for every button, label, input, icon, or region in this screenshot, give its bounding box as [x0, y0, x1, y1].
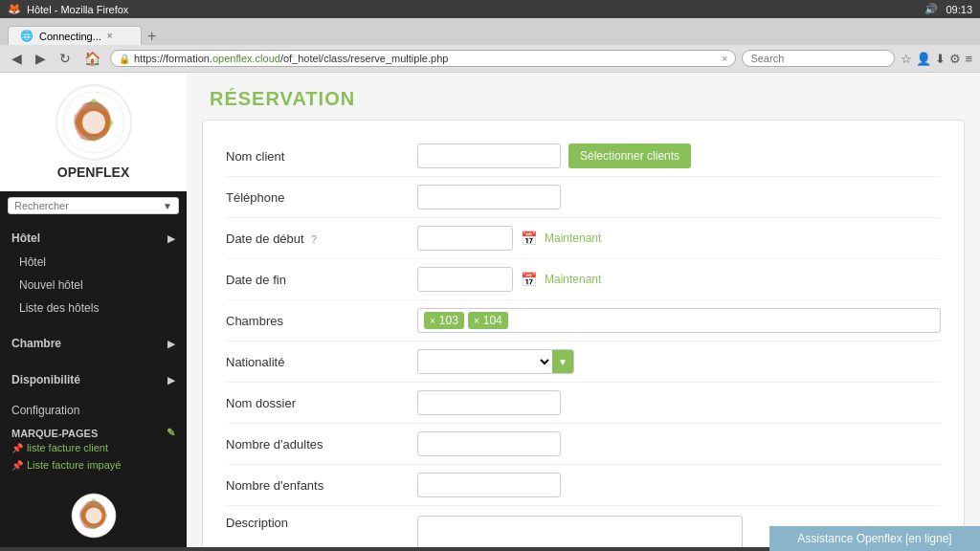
telephone-input[interactable] [417, 185, 561, 209]
url-text: https://formation.openflex.cloud/of_hote… [134, 53, 718, 64]
sidebar-section-chambre: Chambre ▶ [0, 325, 187, 362]
form-row-adultes: Nombre d'adultes [226, 424, 941, 465]
sidebar-search-container: ▼ [0, 191, 187, 220]
description-label: Description [226, 516, 417, 530]
sidebar-item-hotel[interactable]: Hôtel [0, 251, 187, 274]
titlebar-left: 🦊 Hôtel - Mozilla Firefox [8, 3, 128, 15]
logo-circle [56, 84, 132, 161]
ssl-lock-icon: 🔒 [119, 54, 130, 64]
date-fin-maintenant-link[interactable]: Maintenant [545, 273, 601, 286]
date-debut-maintenant-link[interactable]: Maintenant [545, 231, 601, 245]
url-prefix: https://formation. [134, 53, 212, 64]
address-bar[interactable]: 🔒 https://formation.openflex.cloud/of_ho… [110, 50, 736, 67]
nom-dossier-input[interactable] [417, 390, 561, 415]
sidebar-search-dropdown-icon[interactable]: ▼ [163, 201, 172, 211]
form-row-nom-client: Nom client Sélectionner clients [226, 136, 941, 177]
form-row-date-fin: Date de fin 31/12/2018 📅 Maintenant [226, 259, 941, 300]
page-title: RÉSERVATION [210, 88, 957, 110]
form-row-nom-dossier: Nom dossier [226, 383, 941, 424]
url-domain: openflex.cloud [212, 53, 280, 64]
sidebar-item-liste-hotels[interactable]: Liste des hôtels [0, 297, 187, 320]
home-button[interactable]: 🏠 [80, 49, 104, 68]
tab-favicon: 🌐 [20, 30, 33, 42]
reload-button[interactable]: ↻ [56, 49, 75, 68]
bookmarks-edit-icon[interactable]: ✎ [167, 427, 175, 439]
user-icon[interactable]: 👤 [916, 52, 931, 66]
close-url-icon[interactable]: × [722, 53, 727, 64]
chambre-tag-104: × 104 [468, 312, 508, 329]
sidebar-section-hotel: Hôtel ▶ Hôtel Nouvel hôtel Liste des hôt… [0, 220, 187, 325]
menu-icon[interactable]: ≡ [965, 52, 972, 66]
browser-tabs: 🌐 Connecting... × + [0, 18, 980, 45]
chambre-arrow-icon: ▶ [167, 339, 175, 349]
url-path: /of_hotel/class/reserve_multiple.php [280, 53, 448, 64]
nationalite-controls: ▼ [417, 349, 941, 374]
nationalite-dropdown-arrow[interactable]: ▼ [552, 350, 573, 373]
remove-chambre-104-button[interactable]: × [474, 316, 479, 326]
main-content: RÉSERVATION Nom client Sélectionner clie… [187, 73, 980, 547]
sidebar-bottom [0, 484, 187, 547]
nom-dossier-controls [417, 390, 941, 415]
new-tab-button[interactable]: + [142, 28, 162, 45]
sidebar-section-disponibilite-title[interactable]: Disponibilité ▶ [0, 367, 187, 392]
sidebar-section-hotel-title[interactable]: Hôtel ▶ [0, 226, 187, 251]
date-fin-label: Date de fin [226, 273, 417, 287]
selectionner-clients-button[interactable]: Sélectionner clients [568, 143, 691, 168]
app-layout: OPENFLEX ▼ Hôtel ▶ Hôtel Nouvel hôtel Li… [0, 73, 980, 547]
form-row-telephone: Téléphone [226, 177, 941, 218]
assistance-bar[interactable]: Assistance Openflex [en ligne] [769, 526, 980, 551]
window-controls: 🔊 09:13 [924, 3, 972, 15]
adultes-input[interactable] [417, 431, 561, 456]
chambres-controls: × 103 × 104 [417, 308, 941, 333]
adultes-label: Nombre d'adultes [226, 437, 417, 452]
search-input[interactable] [742, 50, 895, 67]
nom-client-input[interactable] [417, 143, 561, 168]
sidebar-brand-label: OPENFLEX [57, 165, 129, 180]
bookmark-item-facture-impaye[interactable]: 📌 Liste facture impayé [11, 456, 175, 474]
disponibilite-arrow-icon: ▶ [167, 375, 175, 386]
date-debut-input[interactable]: 29/12/2018 [417, 226, 513, 251]
openflex-logo-svg [60, 89, 127, 156]
chambres-input[interactable] [512, 314, 550, 327]
bookmark-item-facture-client[interactable]: 📌 liste facture client [11, 439, 175, 456]
bookmark-pin-icon-2: 📌 [11, 460, 23, 471]
form-row-date-debut: Date de début ? 29/12/2018 📅 Maintenant [226, 218, 941, 259]
hotel-arrow-icon: ▶ [167, 233, 175, 244]
form-row-nationalite: Nationalité ▼ [226, 342, 941, 383]
remove-chambre-103-button[interactable]: × [430, 316, 435, 326]
date-fin-input[interactable]: 31/12/2018 [417, 267, 513, 292]
chambre-tag-103: × 103 [424, 312, 464, 329]
sidebar-item-nouvel-hotel[interactable]: Nouvel hôtel [0, 274, 187, 297]
sidebar-bookmarks: MARQUE-PAGES ✎ 📌 liste facture client 📌 … [0, 423, 187, 475]
date-fin-calendar-icon[interactable]: 📅 [521, 272, 537, 287]
date-debut-help-icon: ? [311, 234, 317, 245]
sidebar-config-item[interactable]: Configuration [0, 398, 187, 423]
nom-client-label: Nom client [226, 149, 417, 164]
chambres-tags-container[interactable]: × 103 × 104 [417, 308, 941, 333]
sidebar-section-chambre-title[interactable]: Chambre ▶ [0, 331, 187, 356]
sidebar-bottom-logo [70, 492, 118, 540]
download-icon[interactable]: ⬇ [935, 52, 946, 66]
nationalite-select[interactable] [418, 350, 552, 373]
enfants-input[interactable] [417, 473, 561, 497]
active-tab[interactable]: 🌐 Connecting... × [8, 26, 142, 45]
svg-point-3 [85, 507, 101, 523]
assistance-label: Assistance Openflex [en ligne] [797, 532, 951, 545]
nom-dossier-label: Nom dossier [226, 396, 417, 410]
back-button[interactable]: ◀ [8, 49, 26, 68]
date-debut-controls: 29/12/2018 📅 Maintenant [417, 226, 941, 251]
page-header: RÉSERVATION [187, 73, 980, 120]
bookmark-icon[interactable]: ☆ [901, 52, 912, 66]
enfants-controls [417, 473, 941, 497]
nationalite-select-wrapper[interactable]: ▼ [417, 349, 574, 374]
adultes-controls [417, 431, 941, 456]
forward-button[interactable]: ▶ [32, 49, 50, 68]
form-row-chambres: Chambres × 103 × 104 [226, 300, 941, 342]
gear-icon[interactable]: ⚙ [949, 52, 961, 66]
date-debut-calendar-icon[interactable]: 📅 [521, 231, 537, 246]
description-textarea[interactable] [417, 516, 743, 547]
sidebar-search-wrapper[interactable]: ▼ [8, 197, 179, 214]
close-tab-button[interactable]: × [107, 31, 113, 41]
chambres-label: Chambres [226, 314, 417, 328]
sidebar-search-input[interactable] [14, 200, 163, 211]
